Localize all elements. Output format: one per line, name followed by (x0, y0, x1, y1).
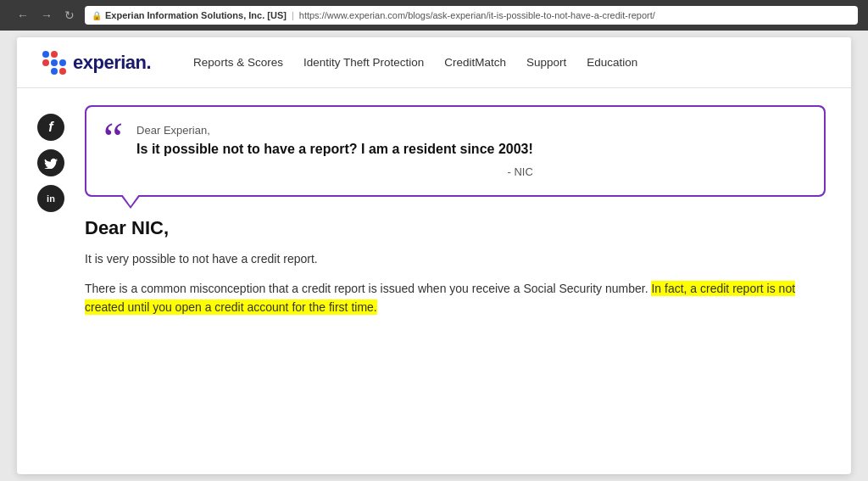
logo-dot-2 (51, 51, 58, 58)
quote-marks-icon: “ (103, 117, 123, 161)
back-button[interactable]: ← (14, 7, 32, 24)
logo-dot-9 (59, 68, 66, 75)
nav-links: Reports & Scores Identity Theft Protecti… (193, 56, 637, 69)
url-separator: | (292, 10, 294, 20)
facebook-icon[interactable]: f (37, 114, 64, 141)
address-bar[interactable]: 🔒 Experian Information Solutions, Inc. [… (85, 6, 858, 25)
logo-dot-3 (59, 51, 66, 58)
site-name: Experian Information Solutions, Inc. [US… (105, 10, 287, 20)
logo-dot-1 (42, 51, 49, 58)
reload-button[interactable]: ↻ (61, 7, 78, 24)
nav-link-education[interactable]: Education (587, 56, 637, 69)
logo-dot-5 (51, 59, 58, 66)
quote-label: Dear Experian, (136, 124, 533, 137)
top-nav: experian. Reports & Scores Identity Thef… (17, 37, 851, 88)
logo-dots (42, 51, 66, 75)
article-title: Dear NIC, (85, 217, 826, 239)
social-sidebar: f in (34, 105, 68, 457)
nav-link-identity-theft[interactable]: Identity Theft Protection (303, 56, 424, 69)
paragraph2-before: There is a common misconception that a c… (85, 282, 648, 295)
content-area: f in “ Dear Experian, Is it possible not… (17, 88, 851, 474)
quote-text: Is it possible not to have a report? I a… (136, 140, 533, 159)
logo[interactable]: experian. (42, 51, 151, 75)
lock-icon: 🔒 (92, 11, 102, 20)
page-wrapper: experian. Reports & Scores Identity Thef… (17, 37, 851, 474)
logo-text: experian. (73, 52, 151, 74)
nav-link-creditmatch[interactable]: CreditMatch (444, 56, 506, 69)
logo-dot-6 (59, 59, 66, 66)
article-paragraph-1: It is very possible to not have a credit… (85, 249, 826, 268)
logo-dot-7 (42, 68, 49, 75)
logo-dot-8 (51, 68, 58, 75)
forward-button[interactable]: → (37, 7, 56, 24)
browser-chrome: ← → ↻ 🔒 Experian Information Solutions, … (0, 0, 868, 31)
quote-author: - NIC (136, 165, 533, 178)
quote-box: “ Dear Experian, Is it possible not to h… (85, 105, 826, 197)
quote-box-inner: “ Dear Experian, Is it possible not to h… (103, 124, 804, 178)
twitter-icon[interactable] (37, 149, 64, 176)
linkedin-icon[interactable]: in (37, 185, 64, 212)
browser-nav: ← → ↻ (14, 7, 78, 24)
nav-link-support[interactable]: Support (526, 56, 566, 69)
logo-dot-4 (42, 59, 49, 66)
quote-content: Dear Experian, Is it possible not to hav… (136, 124, 533, 178)
article-paragraph-2: There is a common misconception that a c… (85, 279, 826, 317)
url-text: https://www.experian.com/blogs/ask-exper… (299, 10, 655, 20)
main-content: “ Dear Experian, Is it possible not to h… (85, 105, 826, 457)
nav-link-reports-scores[interactable]: Reports & Scores (193, 56, 283, 69)
